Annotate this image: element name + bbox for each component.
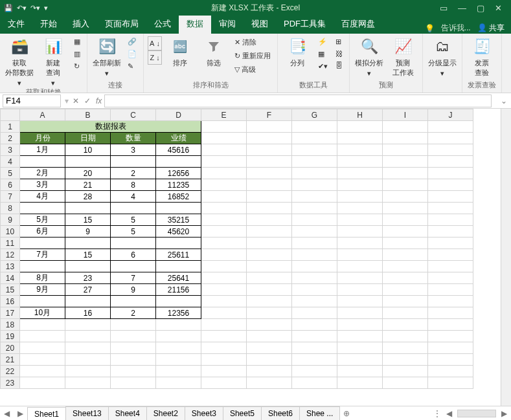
cell[interactable] [292, 214, 337, 226]
cell[interactable] [201, 179, 247, 191]
sheet-tab[interactable]: Sheet5 [223, 406, 262, 421]
cell[interactable] [201, 156, 247, 168]
cell[interactable] [337, 156, 383, 168]
cell[interactable] [247, 226, 292, 238]
cell[interactable] [428, 284, 473, 296]
cell[interactable] [383, 319, 428, 331]
cell[interactable] [292, 284, 337, 296]
cell[interactable] [428, 203, 473, 214]
col-header[interactable]: J [428, 109, 473, 121]
cell[interactable]: 12656 [156, 168, 201, 179]
cell[interactable] [111, 377, 156, 389]
cell[interactable]: 35215 [156, 214, 201, 226]
new-sheet-button[interactable]: ⊕ [339, 409, 354, 418]
col-header[interactable]: A [20, 109, 65, 121]
tab-formulas[interactable]: 公式 [146, 14, 179, 34]
tab-view[interactable]: 视图 [244, 14, 276, 34]
cell[interactable] [383, 377, 428, 389]
cell[interactable]: 23 [65, 272, 111, 284]
cell[interactable]: 1月 [20, 144, 65, 156]
cell[interactable] [428, 261, 473, 272]
col-header[interactable]: F [247, 109, 292, 121]
row-header[interactable]: 5 [1, 168, 20, 179]
consolidate-button[interactable]: ⊞ [333, 36, 345, 47]
cell[interactable]: 4 [111, 191, 156, 203]
cell[interactable]: 10 [65, 144, 111, 156]
cell[interactable] [111, 366, 156, 377]
table-col-header[interactable]: 数量 [111, 133, 156, 144]
col-header[interactable]: H [337, 109, 383, 121]
cell[interactable] [428, 249, 473, 261]
cell[interactable] [111, 331, 156, 342]
cell[interactable] [65, 342, 111, 354]
cell[interactable] [156, 156, 201, 168]
cell[interactable] [201, 366, 247, 377]
cell[interactable] [383, 331, 428, 342]
cell[interactable] [337, 179, 383, 191]
cell[interactable] [428, 319, 473, 331]
tab-pdf[interactable]: PDF工具集 [276, 14, 334, 34]
cell[interactable]: 6 [111, 249, 156, 261]
cell[interactable] [292, 342, 337, 354]
cell[interactable] [65, 296, 111, 307]
row-header[interactable]: 11 [1, 238, 20, 249]
cell[interactable] [111, 203, 156, 214]
row-header[interactable]: 20 [1, 342, 20, 354]
cell[interactable] [201, 377, 247, 389]
sheet-tab[interactable]: Sheet2 [146, 406, 185, 421]
row-header[interactable]: 10 [1, 226, 20, 238]
cell[interactable] [292, 307, 337, 319]
cell[interactable] [247, 133, 292, 144]
cancel-formula-button[interactable]: ✕ [70, 96, 82, 105]
minimize-icon[interactable]: — [458, 3, 466, 13]
cell[interactable]: 15 [65, 249, 111, 261]
cell[interactable] [247, 179, 292, 191]
cell[interactable] [337, 366, 383, 377]
close-icon[interactable]: ✕ [495, 3, 502, 13]
sheet-tab[interactable]: Sheet1 [27, 407, 66, 421]
cell[interactable] [156, 203, 201, 214]
cell[interactable] [247, 366, 292, 377]
row-header[interactable]: 7 [1, 191, 20, 203]
cell[interactable] [292, 272, 337, 284]
cell[interactable] [111, 238, 156, 249]
row-header[interactable]: 16 [1, 296, 20, 307]
cell[interactable]: 5 [111, 226, 156, 238]
cell[interactable] [156, 342, 201, 354]
cell[interactable]: 6月 [20, 226, 65, 238]
cell[interactable] [428, 214, 473, 226]
cell[interactable]: 21 [65, 179, 111, 191]
cell[interactable] [111, 342, 156, 354]
row-header[interactable]: 23 [1, 377, 20, 389]
cell[interactable] [337, 214, 383, 226]
sheet-nav-prev-icon[interactable]: ◀ [0, 409, 14, 418]
cell[interactable] [383, 307, 428, 319]
tab-home[interactable]: 开始 [32, 14, 65, 34]
cell[interactable]: 11235 [156, 179, 201, 191]
cell[interactable] [383, 156, 428, 168]
new-query-button[interactable]: 📊新建 查询▾ [38, 36, 69, 87]
cell[interactable] [201, 133, 247, 144]
cell[interactable]: 27 [65, 284, 111, 296]
cell[interactable] [111, 261, 156, 272]
show-queries-button[interactable]: ▦ [71, 36, 83, 47]
cell[interactable] [292, 296, 337, 307]
tell-me-icon[interactable]: 💡 [425, 24, 435, 33]
cell[interactable] [247, 214, 292, 226]
cell[interactable] [247, 342, 292, 354]
cell[interactable] [201, 354, 247, 366]
cell[interactable] [428, 238, 473, 249]
tab-review[interactable]: 审阅 [211, 14, 244, 34]
row-header[interactable]: 2 [1, 133, 20, 144]
sheet-tab[interactable]: Sheet3 [185, 406, 223, 421]
cell[interactable] [201, 296, 247, 307]
cell[interactable] [383, 284, 428, 296]
cell[interactable] [428, 342, 473, 354]
accept-formula-button[interactable]: ✓ [82, 96, 93, 105]
edit-links-button[interactable]: ✎ [125, 61, 139, 72]
cell[interactable] [383, 249, 428, 261]
cell[interactable]: 16 [65, 307, 111, 319]
cell[interactable] [247, 284, 292, 296]
cell[interactable] [337, 226, 383, 238]
cell[interactable] [337, 272, 383, 284]
